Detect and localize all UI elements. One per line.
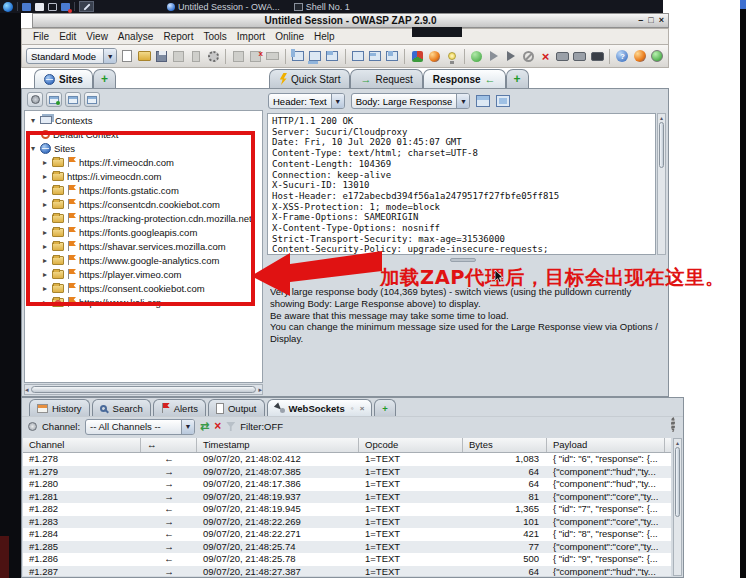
clear-red-x-icon[interactable]: × <box>214 421 221 432</box>
table-row[interactable]: #1.287→09/07/20, 21:48:27.3871=TEXT64{"c… <box>23 566 671 577</box>
save-session-button[interactable] <box>155 49 169 64</box>
tab-response[interactable]: Response ← <box>423 69 506 88</box>
export-context-button[interactable] <box>84 92 100 107</box>
maximize-button[interactable]: □ <box>648 14 653 27</box>
table-row[interactable]: #1.278←09/07/20, 21:48:02.4121=TEXT1,083… <box>23 453 671 466</box>
firefox-button[interactable] <box>632 49 646 64</box>
add-tab-button[interactable]: + <box>506 69 529 88</box>
import-context-button[interactable] <box>65 92 81 107</box>
record-button[interactable] <box>470 49 484 64</box>
taskbar-app-icon[interactable] <box>35 3 44 11</box>
table-row[interactable]: #1.283→09/07/20, 21:48:22.2691=TEXT101{"… <box>23 516 671 529</box>
step-button[interactable] <box>487 49 501 64</box>
addons-button[interactable] <box>410 49 424 64</box>
layout-left-button[interactable] <box>291 49 305 64</box>
help-button[interactable]: ? <box>615 49 629 64</box>
panel-toggle-button[interactable] <box>351 49 365 64</box>
panel-toggle-button[interactable] <box>368 49 382 64</box>
header-view-select[interactable]: Header: Text ▼ <box>268 93 345 109</box>
menu-online[interactable]: Online <box>270 30 309 43</box>
break-button[interactable] <box>521 49 535 64</box>
reconnect-icon[interactable]: ⇄ <box>200 420 209 433</box>
menu-analyse[interactable]: Analyse <box>113 30 159 43</box>
status-button[interactable] <box>650 49 664 64</box>
column-header-timestamp[interactable]: Timestamp <box>197 438 359 452</box>
menu-tools[interactable]: Tools <box>198 30 231 43</box>
table-row[interactable]: #1.279→09/07/20, 21:48:07.3851=TEXT64{"c… <box>23 466 671 479</box>
table-row[interactable]: #1.285→09/07/20, 21:48:25.741=TEXT77{"co… <box>23 541 671 554</box>
menu-view[interactable]: View <box>81 30 113 43</box>
add-break-button[interactable] <box>556 49 570 64</box>
menu-help[interactable]: Help <box>309 30 340 43</box>
layout-full-button[interactable] <box>325 49 339 64</box>
add-tab-button[interactable]: + <box>374 399 396 416</box>
column-header-extra[interactable] <box>665 438 671 452</box>
tab-search[interactable]: Search <box>92 399 151 416</box>
keyboard-button[interactable] <box>266 49 280 64</box>
tab-history[interactable]: History <box>29 399 90 416</box>
column-header-direction[interactable]: ↔ <box>141 438 197 452</box>
taskbar-app-icon[interactable] <box>61 3 70 11</box>
tab-sites[interactable]: Sites <box>34 69 93 88</box>
column-header-opcode[interactable]: Opcode <box>359 438 463 452</box>
scrollbar-thumb[interactable] <box>659 122 664 168</box>
new-session-button[interactable] <box>120 49 134 64</box>
session-props-button[interactable] <box>231 49 245 64</box>
options-button[interactable] <box>671 419 675 430</box>
layout-bottom-button[interactable] <box>308 49 322 64</box>
tab-request[interactable]: → Request <box>350 69 422 88</box>
mode-select[interactable]: Standard Mode ▼ <box>26 48 117 64</box>
split-view-button[interactable] <box>496 95 510 107</box>
taskbar-item-shell[interactable]: Shell No. 1 <box>289 0 355 13</box>
taskbar-active-app-icon[interactable] <box>79 1 94 12</box>
horizontal-scrollbar[interactable]: ◂ ▸ <box>24 384 263 395</box>
open-session-button[interactable] <box>137 49 151 64</box>
response-headers-view[interactable]: HTTP/1.1 200 OK Server: Sucuri/Cloudprox… <box>267 113 656 255</box>
body-view-select[interactable]: Body: Large Response ▼ <box>351 93 471 109</box>
scroll-right-icon[interactable]: ▸ <box>258 386 262 394</box>
menu-import[interactable]: Import <box>232 30 270 43</box>
properties-button[interactable] <box>189 49 203 64</box>
vertical-scrollbar[interactable]: ▴ <box>657 113 666 255</box>
panel-toggle-button[interactable] <box>385 49 399 64</box>
split-divider-handle[interactable] <box>450 258 476 262</box>
column-header-channel[interactable]: Channel <box>23 438 141 452</box>
open-browser-button[interactable] <box>427 49 441 64</box>
channel-select[interactable]: -- All Channels -- ▼ <box>85 419 195 435</box>
hud-button[interactable] <box>445 49 459 64</box>
column-header-bytes[interactable]: Bytes <box>463 438 547 452</box>
session-close-button[interactable]: x <box>249 49 263 64</box>
script-button[interactable] <box>590 49 604 64</box>
menu-file[interactable]: File <box>28 30 54 43</box>
vertical-scrollbar[interactable]: ▴ <box>673 438 682 576</box>
table-row[interactable]: #1.280→09/07/20, 21:48:17.3861=TEXT64{"c… <box>23 478 671 491</box>
table-row[interactable]: #1.286←09/07/20, 21:48:25.781=TEXT500{ "… <box>23 553 671 566</box>
scroll-left-icon[interactable]: ◂ <box>25 386 29 394</box>
table-row[interactable]: #1.284←09/07/20, 21:48:22.2711=TEXT421{ … <box>23 528 671 541</box>
pin-icon[interactable]: ◦ <box>351 404 354 413</box>
add-break-button2[interactable] <box>573 49 587 64</box>
column-header-payload[interactable]: Payload <box>547 438 665 452</box>
menu-report[interactable]: Report <box>158 30 198 43</box>
continue-button[interactable] <box>504 49 518 64</box>
table-header-row[interactable]: Channel ↔ Timestamp Opcode Bytes Payload <box>23 438 671 453</box>
taskbar-app-icon[interactable] <box>22 3 31 11</box>
taskbar-item-zap[interactable]: Untitled Session - OWA... <box>162 0 285 13</box>
tab-output[interactable]: Output <box>208 399 265 416</box>
drop-button[interactable]: × <box>538 49 552 64</box>
tree-node-contexts[interactable]: ▾ Contexts <box>25 113 262 127</box>
new-context-button[interactable] <box>46 92 62 107</box>
scrollbar-thumb[interactable] <box>675 447 680 517</box>
combined-view-button[interactable] <box>476 95 490 107</box>
collapse-arrow-icon[interactable]: ▾ <box>29 116 37 125</box>
window-titlebar[interactable]: Untitled Session - OWASP ZAP 2.9.0 – □ × <box>32 13 669 28</box>
menu-edit[interactable]: Edit <box>54 30 81 43</box>
filter-funnel-icon[interactable] <box>226 422 235 431</box>
snapshot-button[interactable] <box>172 49 186 64</box>
minimize-button[interactable]: – <box>638 14 643 27</box>
scrollbar-thumb[interactable] <box>31 386 257 393</box>
options-button[interactable] <box>206 49 220 64</box>
taskbar-app-icon[interactable] <box>48 3 57 11</box>
os-logo-icon[interactable] <box>3 2 13 12</box>
scope-filter-button[interactable] <box>27 92 43 107</box>
